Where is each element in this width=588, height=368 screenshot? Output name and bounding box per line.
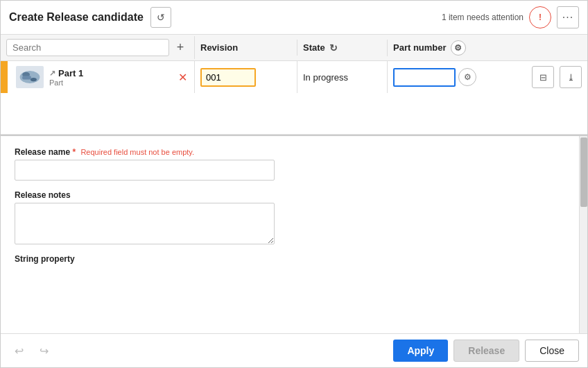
attention-button[interactable]: ! [529,6,551,28]
refresh-icon: ↺ [157,12,165,23]
download-icon: ⤓ [567,72,575,83]
undo-button[interactable]: ↩ [9,341,28,360]
item-link-icon: ↗ [49,69,55,78]
close-button[interactable]: Close [525,340,579,362]
form-area: Release name * Required field must not b… [1,136,587,333]
release-button[interactable]: Release [453,340,519,362]
state-cell: In progress [297,61,388,93]
item-name: ↗ Part 1 [49,68,177,78]
table-empty-area [1,93,587,135]
download-button[interactable]: ⤓ [560,66,582,88]
create-release-dialog: Create Release candidate ↺ 1 item needs … [0,0,588,368]
part-thumbnail-svg [17,68,42,86]
release-name-field-group: Release name * Required field must not b… [15,147,565,181]
scrollbar-track[interactable] [579,136,587,333]
revision-label: Revision [200,42,238,53]
item-info: ↗ Part 1 Part [49,68,177,87]
item-cell: ↗ Part 1 Part ✕ [1,61,195,93]
release-notes-textarea[interactable] [15,203,275,244]
release-name-input[interactable] [15,160,275,181]
header-right: 1 item needs attention ! ··· [442,6,579,28]
footer-left: ↩ ↪ [9,341,53,360]
revision-input[interactable] [200,68,256,87]
attention-text: 1 item needs attention [442,12,524,22]
redo-button[interactable]: ↪ [34,341,53,360]
svg-point-2 [31,78,37,81]
table-row: ↗ Part 1 Part ✕ In progress ⚙ [1,61,587,93]
item-type: Part [49,78,177,87]
dialog-title: Create Release candidate [9,11,144,24]
partnumber-label: Part number [393,42,447,53]
partnumber-cell: ⚙ ⊟ ⤓ [388,61,587,93]
required-msg: Required field must not be empty. [80,148,194,156]
release-notes-field-group: Release notes [15,190,565,244]
scrollbar-thumb[interactable] [580,137,587,207]
string-property-field-group: String property [15,254,565,264]
dialog-footer: ↩ ↪ Apply Release Close [1,333,587,367]
release-name-label: Release name * Required field must not b… [15,147,565,157]
undo-icon: ↩ [15,344,24,358]
view-details-button[interactable]: ⊟ [532,66,554,88]
form-scroll[interactable]: Release name * Required field must not b… [1,136,579,333]
state-refresh-icon[interactable]: ↻ [329,42,338,53]
release-notes-label: Release notes [15,190,565,200]
state-value: In progress [303,72,348,83]
partnumber-column-header: Part number ⚙ [388,37,587,58]
table-area: + Revision State ↻ Part number ⚙ [1,35,587,136]
svg-rect-3 [22,76,31,79]
search-column-header: + [1,36,195,59]
item-warning-indicator [1,61,8,93]
string-property-label: String property [15,254,565,264]
state-column-header: State ↻ [297,40,388,56]
redo-icon: ↪ [40,344,49,358]
partnumber-gear-icon[interactable]: ⚙ [451,40,466,56]
more-icon: ··· [562,11,573,24]
item-thumbnail [16,66,44,88]
state-label: State [303,42,325,53]
add-button[interactable]: + [172,40,189,56]
dialog-header: Create Release candidate ↺ 1 item needs … [1,1,587,35]
warning-icon: ! [539,12,542,22]
apply-button[interactable]: Apply [393,340,448,362]
remove-item-button[interactable]: ✕ [177,69,189,85]
view-details-icon: ⊟ [539,72,547,83]
search-input[interactable] [6,39,169,56]
table-header-row: + Revision State ↻ Part number ⚙ [1,35,587,61]
partnumber-input[interactable] [393,68,456,87]
footer-right: Apply Release Close [393,340,579,362]
revision-cell [195,61,297,93]
required-star: * [72,147,76,157]
title-icon-button[interactable]: ↺ [150,7,171,28]
revision-column-header: Revision [195,40,297,56]
more-button[interactable]: ··· [557,6,579,28]
partnumber-gear-btn[interactable]: ⚙ [458,68,476,86]
add-icon: + [177,40,184,55]
